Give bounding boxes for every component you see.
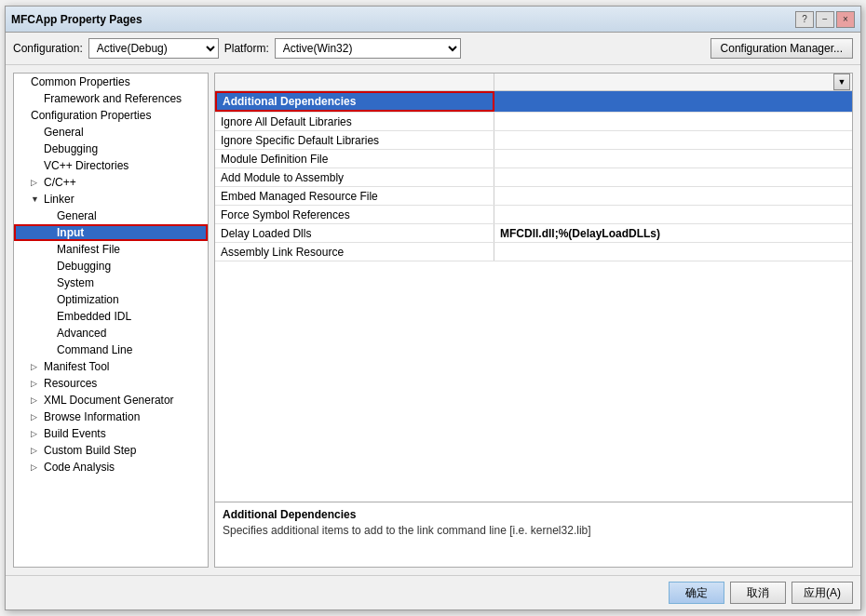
prop-name-delay-loaded: Delay Loaded Dlls [215,224,494,242]
prop-row-assembly-link[interactable]: Assembly Link Resource [215,243,852,261]
tree-item-embedded-idl[interactable]: Embedded IDL [14,308,208,325]
main-window: MFCApp Property Pages ? − × Configuratio… [5,6,861,610]
prop-value-add-module [494,168,852,186]
tree-item-common-props[interactable]: Common Properties [14,74,208,90]
tree-expand-icon: ▷ [31,395,44,405]
tree-expand-icon: ▷ [31,362,44,371]
prop-value-embed-managed [494,187,852,205]
grid-dropdown-button[interactable]: ▼ [833,74,850,90]
tree-item-label: Debugging [57,260,204,273]
help-button[interactable]: ? [795,11,814,28]
tree-item-linker-debugging[interactable]: Debugging [14,258,208,275]
tree-item-label: Manifest File [57,243,204,256]
prop-grid: Additional DependenciesIgnore All Defaul… [215,91,852,502]
tree-item-label: System [57,276,204,289]
tree-item-resources[interactable]: ▷Resources [14,375,208,392]
tree-item-label: Framework and References [44,92,204,105]
prop-row-ignore-specific[interactable]: Ignore Specific Default Libraries [215,131,852,150]
tree-expand-icon: ▷ [31,446,44,455]
tree-item-vc-dirs[interactable]: VC++ Directories [14,157,208,174]
prop-row-force-symbol[interactable]: Force Symbol References [215,206,852,224]
prop-value-assembly-link [494,243,852,261]
tree-item-label: General [44,126,204,139]
prop-row-delay-loaded[interactable]: Delay Loaded DllsMFCDll.dll;%(DelayLoadD… [215,224,852,243]
apply-button[interactable]: 应用(A) [792,582,853,604]
tree-item-label: Command Line [57,343,204,356]
tree-item-framework-refs[interactable]: Framework and References [14,90,208,107]
tree-item-cpp[interactable]: ▷C/C++ [14,174,208,191]
tree-item-config-props[interactable]: Configuration Properties [14,107,208,124]
tree-item-xml-gen[interactable]: ▷XML Document Generator [14,392,208,408]
tree-expand-icon: ▷ [31,379,44,388]
tree-item-label: General [57,209,204,222]
config-manager-button[interactable]: Configuration Manager... [710,38,853,59]
description-text: Specifies additional items to add to the… [223,524,845,537]
tree-expand-icon: ▷ [31,178,44,187]
right-panel: ▼ Additional DependenciesIgnore All Defa… [214,73,853,568]
tree-item-linker-input[interactable]: Input [14,224,208,241]
bottom-bar: 确定 取消 应用(A) [6,575,860,609]
platform-label: Platform: [224,42,269,55]
tree-item-label: Custom Build Step [44,444,204,457]
description-title: Additional Dependencies [223,508,845,521]
prop-name-assembly-link: Assembly Link Resource [215,243,494,261]
prop-row-additional-deps[interactable]: Additional Dependencies [215,91,852,113]
tree-item-build-events[interactable]: ▷Build Events [14,425,208,442]
tree-item-label: Common Properties [31,75,204,88]
prop-row-add-module[interactable]: Add Module to Assembly [215,168,852,187]
close-button[interactable]: × [836,11,855,28]
tree-item-linker[interactable]: ▼Linker [14,191,208,208]
tree-item-label: Optimization [57,293,204,306]
tree-item-command-line[interactable]: Command Line [14,341,208,358]
tree-expand-icon: ▷ [31,412,44,422]
prop-name-additional-deps: Additional Dependencies [215,91,494,112]
toolbar: Configuration: Active(Debug) Platform: A… [6,33,860,65]
tree-item-label: Linker [44,193,204,206]
minimize-button[interactable]: − [816,11,834,28]
tree-item-advanced[interactable]: Advanced [14,325,208,341]
tree-item-system[interactable]: System [14,275,208,291]
tree-item-linker-general[interactable]: General [14,208,208,224]
tree-item-label: Configuration Properties [31,109,204,122]
tree-item-optimization[interactable]: Optimization [14,291,208,308]
prop-value-force-symbol [494,206,852,223]
tree-item-label: Input [57,226,204,239]
prop-value-ignore-default [494,113,852,130]
tree-item-manifest-tool[interactable]: ▷Manifest Tool [14,358,208,375]
tree-container: Common PropertiesFramework and Reference… [14,74,208,475]
tree-item-label: Code Analysis [44,461,204,474]
tree-item-general[interactable]: General [14,124,208,141]
tree-item-manifest-file[interactable]: Manifest File [14,241,208,258]
cancel-button[interactable]: 取消 [730,582,786,604]
prop-name-force-symbol: Force Symbol References [215,206,494,223]
prop-row-embed-managed[interactable]: Embed Managed Resource File [215,187,852,206]
tree-item-label: Build Events [44,427,204,440]
prop-value-module-def [494,150,852,167]
prop-name-add-module: Add Module to Assembly [215,168,494,186]
tree-item-label: Manifest Tool [44,360,204,373]
prop-name-ignore-default: Ignore All Default Libraries [215,113,494,130]
tree-expand-icon: ▷ [31,429,44,438]
tree-item-debugging[interactable]: Debugging [14,141,208,157]
window-title: MFCApp Property Pages [11,13,142,26]
tree-expand-icon: ▼ [31,194,44,204]
tree-item-label: Debugging [44,142,204,155]
title-bar: MFCApp Property Pages ? − × [6,7,860,33]
tree-item-browse-info[interactable]: ▷Browse Information [14,408,208,425]
prop-name-module-def: Module Definition File [215,150,494,167]
title-bar-buttons: ? − × [795,11,855,28]
prop-row-module-def[interactable]: Module Definition File [215,150,852,168]
description-panel: Additional Dependencies Specifies additi… [215,502,852,567]
tree-item-label: XML Document Generator [44,394,204,407]
tree-item-code-analysis[interactable]: ▷Code Analysis [14,459,208,475]
tree-item-custom-build[interactable]: ▷Custom Build Step [14,442,208,459]
tree-item-label: Browse Information [44,410,204,423]
tree-item-label: VC++ Directories [44,159,204,172]
prop-value-additional-deps [494,91,852,112]
confirm-button[interactable]: 确定 [669,582,724,604]
prop-row-ignore-default[interactable]: Ignore All Default Libraries [215,113,852,131]
platform-select[interactable]: Active(Win32) [275,38,461,59]
prop-name-ignore-specific: Ignore Specific Default Libraries [215,131,494,149]
tree-item-label: Advanced [57,327,204,340]
config-select[interactable]: Active(Debug) [88,38,219,59]
